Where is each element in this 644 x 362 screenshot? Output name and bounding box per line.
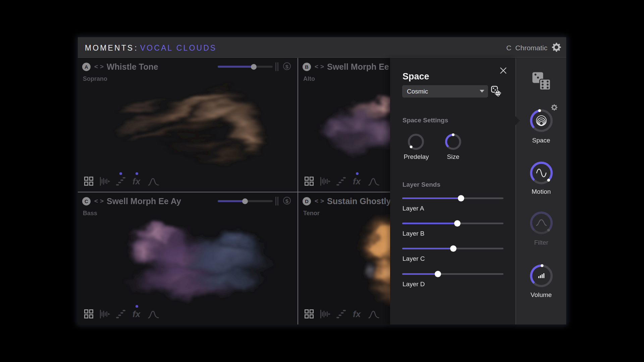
svg-text:fx: fx <box>132 176 141 186</box>
svg-text:fx: fx <box>132 309 141 319</box>
svg-text:fx: fx <box>353 176 361 186</box>
svg-text:fx: fx <box>353 309 361 319</box>
